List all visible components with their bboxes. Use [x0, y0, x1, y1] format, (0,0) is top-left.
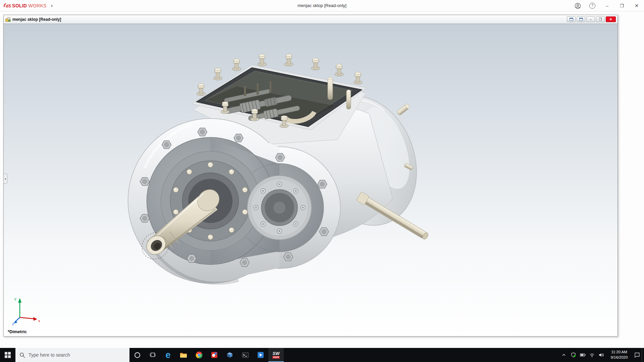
- document-window: menjac sklop [Read-only] – ❐ ✕: [3, 15, 618, 337]
- network-tray-button[interactable]: [587, 348, 597, 362]
- cortana-button[interactable]: [129, 348, 145, 362]
- restore-button[interactable]: ❐: [614, 0, 629, 11]
- clock-date: 9/16/2020: [610, 355, 628, 360]
- volume-tray-button[interactable]: [597, 348, 606, 362]
- solidworks-titlebar: dS SOLIDWORKS ▸ menjac sklop [Read-only]…: [0, 0, 644, 11]
- help-icon: ?: [589, 3, 595, 9]
- graphics-viewport[interactable]: ◂ y x z *Dimetric: [4, 24, 618, 336]
- brand-works-text: WORKS: [28, 3, 46, 8]
- clock-time: 11:20 AM: [611, 350, 627, 355]
- account-icon: [575, 3, 581, 9]
- app-red-icon: [211, 352, 218, 358]
- taskbar-media-app-icon[interactable]: [253, 348, 268, 362]
- volume-icon: [599, 353, 604, 357]
- solidworks-logo-mark: dS: [3, 2, 11, 9]
- search-input[interactable]: [29, 352, 125, 358]
- cube-app-icon: [226, 352, 233, 358]
- doc-pane-button-2[interactable]: [577, 16, 585, 22]
- triad-y-label: y: [14, 297, 16, 301]
- taskbar-file-explorer-icon[interactable]: [176, 348, 191, 362]
- taskbar-app-red-icon[interactable]: [207, 348, 222, 362]
- brand-solid-text: SOLID: [12, 3, 27, 8]
- app-title: menjac sklop [Read-only]: [0, 3, 644, 8]
- triad-y-arrow: [18, 298, 21, 303]
- triad-x-label: x: [38, 319, 40, 323]
- help-button[interactable]: ?: [585, 0, 600, 11]
- security-shield-icon: [571, 352, 576, 358]
- search-icon: [19, 352, 25, 358]
- close-button[interactable]: ✕: [629, 0, 644, 11]
- start-button[interactable]: [0, 348, 15, 362]
- taskbar-cube-app-icon[interactable]: [222, 348, 237, 362]
- app-client-area: menjac sklop [Read-only] – ❐ ✕: [0, 11, 644, 348]
- battery-tray-button[interactable]: [578, 348, 587, 362]
- app-window-controls: ? – ❐ ✕: [570, 0, 644, 11]
- task-view-icon: [149, 352, 156, 358]
- minimize-button[interactable]: –: [600, 0, 614, 11]
- desktop: dS SOLIDWORKS ▸ menjac sklop [Read-only]…: [0, 0, 644, 362]
- solidworks-app-icon: SW 2020: [272, 351, 280, 359]
- cortana-icon: [135, 352, 140, 358]
- media-app-icon: [257, 352, 264, 358]
- chrome-icon: [196, 352, 203, 359]
- side-cover-plate[interactable]: [247, 176, 312, 240]
- file-explorer-icon: [180, 352, 187, 358]
- window-pane-icon: [570, 18, 573, 21]
- taskbar-terminal-icon[interactable]: [237, 348, 253, 362]
- doc-minimize-button[interactable]: –: [586, 16, 595, 22]
- solidworks-logo: dS SOLIDWORKS: [0, 2, 49, 9]
- doc-restore-button[interactable]: ❐: [596, 16, 605, 22]
- svg-text:dS: dS: [6, 3, 11, 8]
- task-view-button[interactable]: [145, 348, 160, 362]
- windows-taskbar: e: [0, 348, 644, 362]
- show-desktop-button[interactable]: [642, 348, 644, 362]
- action-center-icon: [634, 352, 640, 358]
- document-window-controls: – ❐ ✕: [566, 16, 616, 22]
- toolbar-expand-arrow[interactable]: ▸: [49, 4, 56, 7]
- taskbar-solidworks-icon[interactable]: SW 2020: [268, 348, 284, 362]
- view-orientation-label: *Dimetric: [8, 329, 27, 334]
- battery-icon: [580, 353, 586, 357]
- account-button[interactable]: [570, 0, 585, 11]
- taskbar-spacer: [284, 348, 559, 362]
- doc-close-button[interactable]: ✕: [606, 16, 616, 22]
- feature-pane-collapse-tab[interactable]: ◂: [4, 174, 7, 184]
- gearbox-3d-model: [4, 24, 618, 336]
- taskbar-edge-icon[interactable]: e: [160, 348, 176, 362]
- triad-z-label: z: [12, 322, 14, 325]
- document-titlebar[interactable]: menjac sklop [Read-only] – ❐ ✕: [4, 15, 618, 24]
- orientation-triad[interactable]: y x z: [12, 294, 43, 325]
- action-center-button[interactable]: [632, 348, 642, 362]
- window-pane-icon: [579, 18, 583, 21]
- triad-x-arrow: [33, 317, 37, 321]
- edge-icon: e: [165, 351, 170, 360]
- security-tray-button[interactable]: [569, 348, 578, 362]
- assembly-document-icon: [5, 17, 11, 22]
- document-title: menjac sklop [Read-only]: [12, 17, 61, 22]
- taskbar-clock[interactable]: 11:20 AM 9/16/2020: [606, 348, 632, 362]
- taskbar-chrome-icon[interactable]: [191, 348, 207, 362]
- windows-logo-icon: [5, 352, 11, 358]
- network-icon: [589, 353, 595, 357]
- doc-pane-button-1[interactable]: [567, 16, 576, 22]
- hidden-icons-chevron[interactable]: [559, 348, 569, 362]
- chevron-up-icon: [561, 353, 566, 357]
- vent-stub[interactable]: [396, 103, 410, 116]
- terminal-icon: [242, 352, 249, 358]
- taskbar-search[interactable]: [15, 348, 129, 362]
